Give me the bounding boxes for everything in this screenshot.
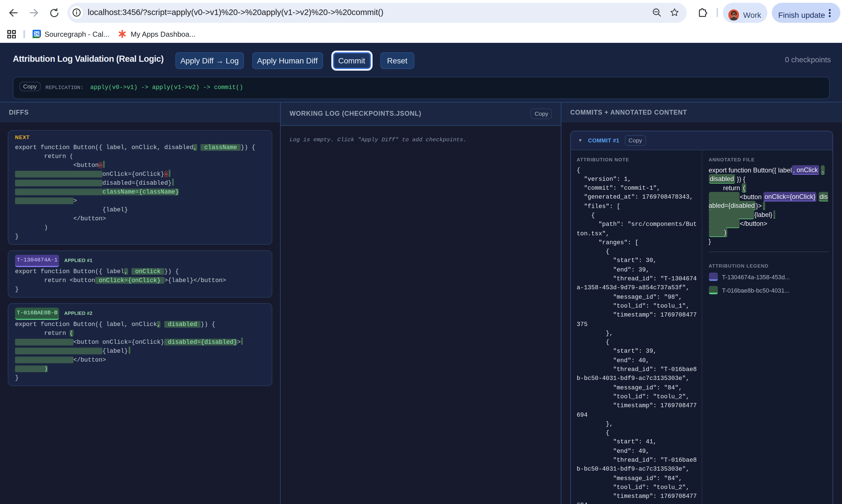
svg-text:26: 26 xyxy=(34,32,39,36)
